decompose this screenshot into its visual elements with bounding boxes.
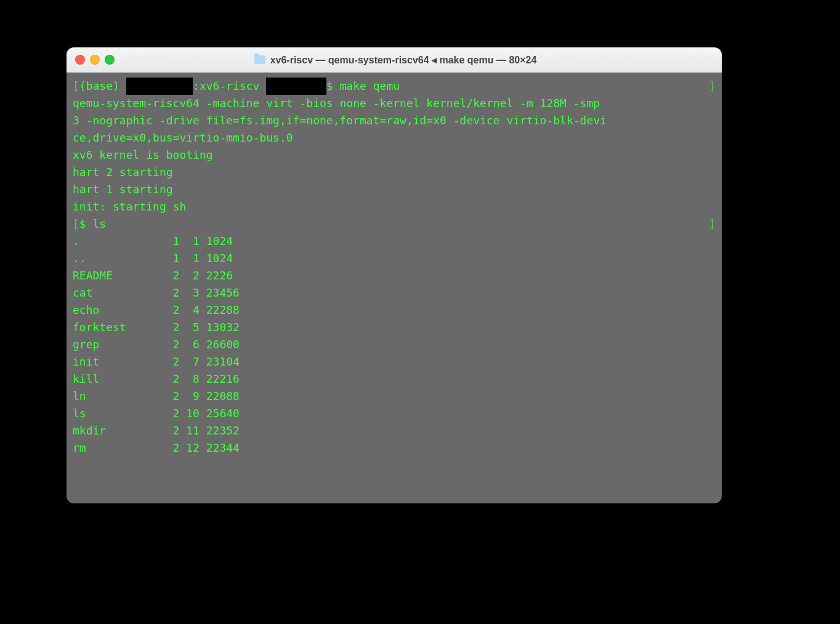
ls-row: README 2 2 2226 [73,267,716,284]
ls-row: kill 2 8 22216 [73,370,716,388]
hart2-msg: hart 2 starting [73,164,716,181]
ls-row: mkdir 2 11 22352 [73,422,716,439]
ls-row: . 1 1 1024 [73,233,716,250]
redacted-user [126,78,193,95]
right-bracket: ] [709,78,716,95]
minimize-button[interactable] [90,55,100,65]
terminal-body[interactable]: [(base) :xv6-riscv $ make qemu] qemu-sys… [67,73,722,503]
output-qemu-3: ce,drive=x0,bus=virtio-mmio-bus.0 [73,129,716,146]
maximize-button[interactable] [105,55,115,65]
ls-row: cat 2 3 23456 [73,284,716,302]
shell-prompt: $ [79,217,93,230]
folder-icon [254,55,265,64]
window-titlebar[interactable]: xv6-riscv — qemu-system-riscv64 ◂ make q… [67,47,722,73]
command-make-qemu: make qemu [340,79,400,92]
terminal-window: xv6-riscv — qemu-system-riscv64 ◂ make q… [67,47,722,503]
hart1-msg: hart 1 starting [73,181,716,198]
ls-row: .. 1 1 1024 [73,250,716,267]
output-qemu-1: qemu-system-riscv64 -machine virt -bios … [73,95,716,112]
shell-prompt-line: [$ ls] [73,215,716,233]
prompt-prefix: (base) [79,79,126,92]
ls-row: rm 2 12 22344 [73,439,716,457]
ls-row: grep 2 6 26600 [73,336,716,353]
boot-msg: xv6 kernel is booting [73,146,716,164]
ls-row: init 2 7 23104 [73,353,716,370]
output-qemu-2: 3 -nographic -drive file=fs.img,if=none,… [73,112,716,129]
left-bracket: [ [73,215,79,233]
ls-row: ln 2 9 22088 [73,388,716,405]
window-title: xv6-riscv — qemu-system-riscv64 ◂ make q… [270,54,537,66]
init-msg: init: starting sh [73,198,716,215]
shell-cmd-ls: ls [93,217,107,230]
ls-output: . 1 1 1024.. 1 1 1024README 2 2 2226cat … [73,233,716,457]
ls-row: forktest 2 5 13032 [73,319,716,336]
ls-row: echo 2 4 22288 [73,302,716,319]
close-button[interactable] [75,55,85,65]
right-bracket: ] [709,215,716,233]
ls-row: ls 2 10 25640 [73,405,716,422]
prompt-symbol: $ [326,79,340,92]
traffic-lights [75,55,115,65]
left-bracket: [ [73,78,79,95]
title-area: xv6-riscv — qemu-system-riscv64 ◂ make q… [115,54,676,66]
prompt-line-1: [(base) :xv6-riscv $ make qemu] [73,78,716,95]
prompt-dir: :xv6-riscv [193,79,266,92]
redacted-host [266,78,326,95]
